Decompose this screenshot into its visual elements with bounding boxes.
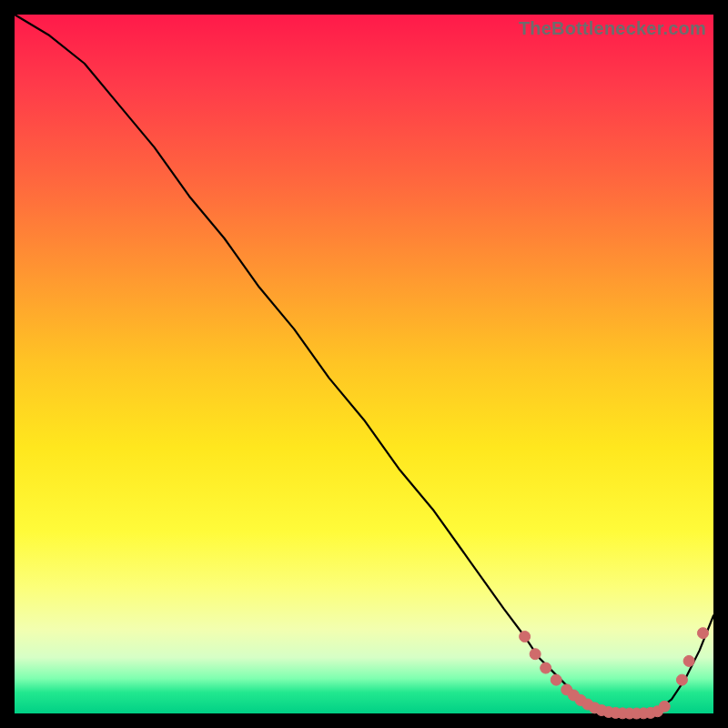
data-marker — [697, 628, 708, 639]
data-marker — [541, 662, 551, 673]
data-marker — [530, 649, 541, 660]
plot-area: TheBottlenecker.com — [15, 15, 713, 713]
data-marker — [676, 674, 687, 685]
chart-frame: TheBottlenecker.com — [15, 15, 713, 713]
data-marker — [683, 655, 694, 666]
data-marker — [659, 701, 670, 712]
bottleneck-curve — [15, 15, 713, 713]
marker-group — [520, 628, 709, 719]
chart-svg — [15, 15, 713, 713]
data-marker — [551, 674, 561, 685]
data-marker — [520, 632, 531, 642]
